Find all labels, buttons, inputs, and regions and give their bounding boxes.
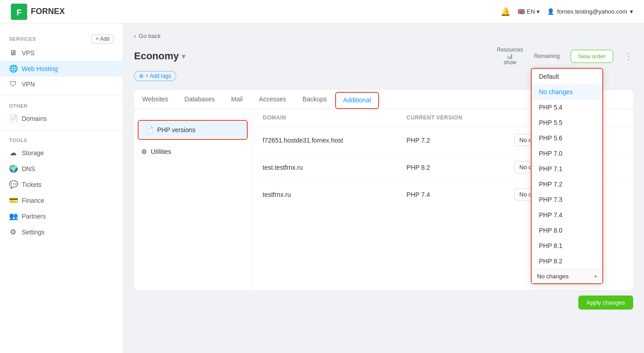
dropdown-item-php72[interactable]: PHP 7.2 [532, 176, 602, 192]
php-versions-label: PHP versions [157, 126, 196, 134]
utilities-label: Utilities [151, 148, 171, 155]
sidebar-item-finance[interactable]: 💳 Finance [0, 192, 123, 208]
apply-changes-area: Apply changes [134, 296, 633, 310]
svg-text:F: F [17, 8, 22, 17]
sidebar-item-label: Storage [22, 149, 44, 157]
dropdown-select-row: No changes ▾ [532, 269, 602, 283]
sidebar-item-web-hosting[interactable]: 🌐 Web Hosting [0, 61, 123, 76]
tools-label: TOOLS [0, 134, 123, 145]
dropdown-item-php80[interactable]: PHP 8.0 [532, 223, 602, 238]
user-icon: 👤 [547, 8, 554, 15]
domains-icon: 📄 [9, 114, 17, 123]
back-chevron-icon: ‹ [134, 33, 136, 39]
version-cell: PHP 7.4 [407, 191, 514, 198]
remaining-label: Remaining [534, 53, 560, 59]
dropdown-item-php74[interactable]: PHP 7.4 [532, 207, 602, 223]
title-chevron-icon[interactable]: ▾ [182, 52, 185, 61]
content-header: Economy ▾ Resources 📊 show Remaining New… [134, 47, 633, 66]
utilities-icon: ⚙ [141, 148, 147, 155]
sidebar-item-domains[interactable]: 📄 Domains [0, 110, 123, 126]
dropdown-item-php56[interactable]: PHP 5.6 [532, 130, 602, 146]
domain-cell: test.testfrnx.ru [263, 164, 407, 171]
new-order-button[interactable]: New order [571, 50, 613, 63]
services-label: SERVICES [9, 36, 36, 42]
web-hosting-icon: 🌐 [9, 64, 17, 73]
flag-icon: 🇬🇧 [518, 8, 525, 15]
sidebar-item-storage[interactable]: ☁ Storage [0, 145, 123, 161]
sidebar-item-label: DNS [22, 165, 35, 172]
lang-chevron-icon: ▾ [537, 8, 540, 15]
bell-icon[interactable]: 🔔 [500, 7, 510, 17]
back-button[interactable]: ‹ Go back [134, 33, 633, 39]
other-label: Other [0, 100, 123, 110]
sidebar-item-label: VPS [22, 49, 34, 57]
version-cell: PHP 7.2 [407, 137, 514, 144]
dropdown-chevron-icon: ▾ [594, 273, 597, 280]
sidebar-item-label: Domains [22, 115, 47, 122]
php-versions-item[interactable]: 📄 PHP versions [139, 122, 247, 138]
dropdown-item-php73[interactable]: PHP 7.3 [532, 192, 602, 207]
page-title: Economy ▾ [134, 50, 185, 62]
tab-backups[interactable]: Backups [294, 90, 335, 109]
sidebar: SERVICES + Add 🖥 VPS 🌐 Web Hosting 🛡 VPN… [0, 24, 123, 353]
storage-icon: ☁ [9, 148, 17, 157]
vpn-icon: 🛡 [9, 80, 17, 88]
dropdown-item-php71[interactable]: PHP 7.1 [532, 161, 602, 176]
utilities-item[interactable]: ⚙ Utilities [134, 143, 251, 160]
sidebar-item-vpn[interactable]: 🛡 VPN [0, 76, 123, 92]
domain-column-header: DOMAIN [263, 114, 407, 121]
dropdown-item-php81[interactable]: PHP 8.1 [532, 238, 602, 253]
tickets-icon: 💬 [9, 180, 17, 189]
dropdown-current-value: No changes [537, 273, 594, 280]
logo-icon: F [11, 4, 27, 20]
domain-cell: testfrnx.ru [263, 191, 407, 198]
tab-databases[interactable]: Databases [176, 90, 223, 109]
sidebar-item-settings[interactable]: ⚙ Settings [0, 224, 123, 240]
title-text: Economy [134, 50, 179, 62]
version-column-header: CURRENT VERSION [407, 114, 514, 121]
apply-changes-button[interactable]: Apply changes [578, 296, 633, 310]
partners-icon: 👥 [9, 212, 17, 220]
language-selector[interactable]: 🇬🇧 EN ▾ [518, 8, 540, 15]
topbar: F FORNEX 🔔 🇬🇧 EN ▾ 👤 fornex.testing@yaho… [0, 0, 644, 24]
tab-additional[interactable]: Additional [335, 92, 380, 109]
sidebar-item-label: Tickets [22, 181, 42, 188]
dropdown-item-php82[interactable]: PHP 8.2 [532, 253, 602, 269]
topbar-right: 🔔 🇬🇧 EN ▾ 👤 fornex.testing@yahoo.com ▾ [500, 7, 633, 17]
sidebar-item-dns[interactable]: 🌍 DNS [0, 161, 123, 176]
tab-accesses[interactable]: Accesses [251, 90, 294, 109]
dropdown-item-no-changes[interactable]: No changes [532, 84, 602, 100]
tab-websites[interactable]: Websites [134, 90, 176, 109]
resources-show[interactable]: Resources 📊 show [497, 47, 523, 66]
user-menu[interactable]: 👤 fornex.testing@yahoo.com ▾ [547, 8, 633, 15]
user-chevron-icon: ▾ [630, 8, 633, 15]
header-actions: Resources 📊 show Remaining New order ⋮ [497, 47, 633, 66]
sidebar-item-partners[interactable]: 👥 Partners [0, 208, 123, 224]
sidebar-divider-2 [0, 130, 123, 130]
php-versions-item-highlighted[interactable]: 📄 PHP versions [138, 120, 248, 140]
logo: F FORNEX [11, 4, 65, 20]
sidebar-item-vps[interactable]: 🖥 VPS [0, 45, 123, 61]
more-options-button[interactable]: ⋮ [624, 51, 633, 62]
back-label: Go back [139, 33, 160, 39]
dropdown-item-php55[interactable]: PHP 5.5 [532, 115, 602, 130]
sidebar-divider [0, 95, 123, 96]
domain-cell: f72651.hostde31.fornex.host [263, 137, 407, 144]
add-tags-button[interactable]: ⊕ + Add tags [134, 71, 176, 81]
lang-label: EN [527, 8, 535, 15]
settings-icon: ⚙ [9, 228, 17, 236]
add-service-button[interactable]: + Add [91, 34, 114, 43]
tab-mail[interactable]: Mail [223, 90, 251, 109]
dns-icon: 🌍 [9, 164, 17, 173]
add-tags-plus-icon: ⊕ [139, 73, 144, 79]
sidebar-item-tickets[interactable]: 💬 Tickets [0, 176, 123, 192]
dropdown-item-php54[interactable]: PHP 5.4 [532, 100, 602, 115]
dropdown-item-default[interactable]: Default [532, 69, 602, 84]
show-label: show [504, 59, 516, 66]
sidebar-item-label: Finance [22, 197, 44, 204]
logo-text: FORNEX [31, 7, 65, 16]
add-tags-label: + Add tags [145, 73, 171, 79]
finance-icon: 💳 [9, 196, 17, 205]
dropdown-item-php70[interactable]: PHP 7.0 [532, 146, 602, 161]
user-email: fornex.testing@yahoo.com [557, 8, 627, 15]
